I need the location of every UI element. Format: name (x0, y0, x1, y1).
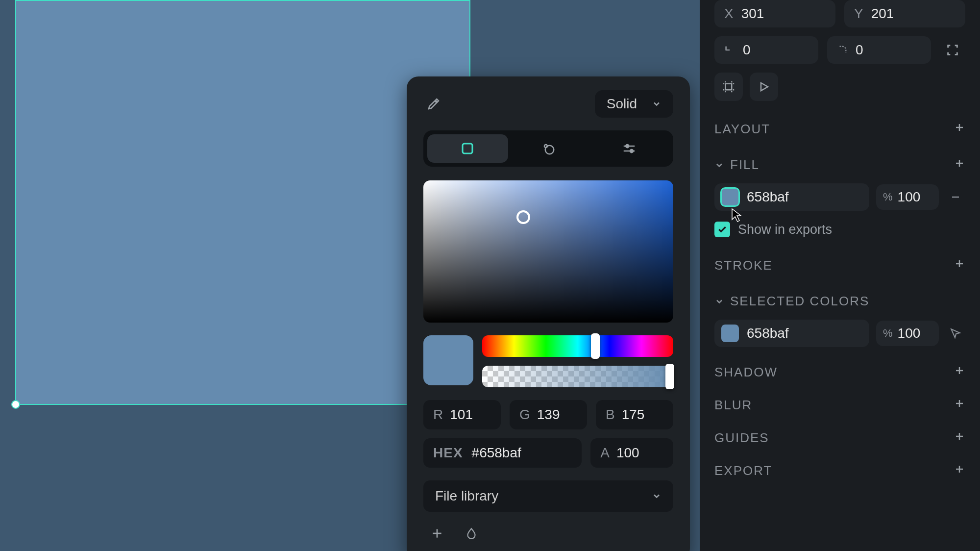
svg-rect-0 (463, 144, 472, 153)
library-label: File library (435, 488, 498, 504)
add-layout-button[interactable] (954, 122, 965, 137)
fill-opacity-value: 100 (898, 189, 921, 205)
chevron-down-icon (652, 99, 662, 109)
clip-content-button[interactable] (714, 73, 743, 101)
stroke-section-header: STROKE (714, 258, 965, 273)
square-icon (460, 141, 475, 156)
hue-slider[interactable] (482, 335, 673, 357)
g-label: G (519, 407, 530, 423)
selected-color-chip[interactable] (721, 325, 739, 342)
sv-handle[interactable] (516, 210, 530, 224)
chevron-down-icon (652, 491, 662, 501)
g-input[interactable]: G 139 (510, 400, 587, 429)
sliders-icon (622, 141, 637, 156)
shadow-title: SHADOW (714, 365, 778, 380)
g-value: 139 (537, 407, 560, 423)
chevron-down-icon (714, 297, 724, 306)
add-shadow-button[interactable] (954, 365, 965, 380)
hex-value: #658baf (472, 445, 521, 461)
guides-title: GUIDES (714, 430, 769, 446)
add-stroke-button[interactable] (954, 258, 965, 273)
selected-colors-title: SELECTED COLORS (730, 294, 869, 309)
play-icon (758, 81, 770, 93)
show-in-exports-label: Show in exports (738, 222, 832, 237)
remove-fill-button[interactable] (946, 187, 965, 207)
svg-point-6 (630, 150, 633, 152)
blur-title: BLUR (714, 398, 752, 413)
svg-point-4 (626, 145, 629, 148)
b-value: 175 (622, 407, 645, 423)
expand-icon (946, 43, 959, 57)
add-export-button[interactable] (954, 463, 965, 478)
selected-opacity-value: 100 (898, 326, 921, 341)
alpha-input[interactable]: A 100 (590, 438, 673, 468)
alpha-slider[interactable] (482, 366, 673, 387)
fill-opacity-input[interactable]: % 100 (876, 184, 939, 210)
add-color-button[interactable] (427, 524, 447, 543)
layout-section-header: LAYOUT (714, 122, 965, 137)
color-preview-swatch (423, 335, 473, 385)
plus-icon (954, 430, 965, 442)
hex-input[interactable]: HEX #658baf (423, 438, 582, 468)
alpha-value: 100 (616, 445, 639, 461)
corner-radius-icon (837, 45, 848, 55)
selected-colors-section-header[interactable]: SELECTED COLORS (714, 294, 965, 309)
fill-color-input[interactable]: 658baf (714, 183, 869, 211)
select-color-button[interactable] (946, 324, 965, 343)
x-input[interactable]: X 301 (714, 0, 835, 27)
rotation-input[interactable]: 0 (714, 36, 818, 64)
plus-icon (954, 365, 965, 376)
selected-shape[interactable] (15, 0, 470, 405)
selected-color-input[interactable]: 658baf (714, 320, 869, 347)
saturation-value-area[interactable] (423, 180, 673, 323)
picker-tab-sliders[interactable] (588, 134, 669, 163)
shadow-section-header: SHADOW (714, 365, 965, 380)
y-label: Y (854, 6, 863, 22)
x-value: 301 (741, 6, 764, 22)
picker-tab-harmony[interactable] (508, 134, 589, 163)
fill-title: FILL (730, 157, 760, 173)
expand-corners-button[interactable] (940, 37, 965, 63)
b-label: B (606, 407, 615, 423)
add-fill-button[interactable] (954, 157, 965, 173)
add-guides-button[interactable] (954, 430, 965, 446)
show-in-exports-checkbox[interactable] (714, 222, 730, 237)
svg-marker-18 (761, 83, 768, 91)
x-label: X (724, 6, 734, 22)
svg-point-2 (544, 145, 547, 148)
corner-radius-input[interactable]: 0 (827, 36, 931, 64)
eyedropper-icon (426, 97, 441, 111)
hue-thumb[interactable] (591, 333, 600, 359)
picker-tab-square[interactable] (427, 134, 508, 163)
resize-handle-bottom-left[interactable] (11, 400, 20, 409)
harmony-icon (541, 141, 556, 156)
b-input[interactable]: B 175 (596, 400, 673, 429)
clip-icon (721, 79, 736, 94)
r-input[interactable]: R 101 (423, 400, 501, 429)
plus-icon (954, 258, 965, 270)
eyedropper-button[interactable] (423, 94, 444, 114)
fill-type-dropdown[interactable]: Solid (595, 90, 673, 118)
selected-opacity-input[interactable]: % 100 (876, 321, 939, 346)
plus-icon (431, 527, 443, 540)
plus-icon (954, 463, 965, 475)
stroke-title: STROKE (714, 258, 773, 273)
cursor-icon (949, 327, 962, 340)
minus-icon (950, 191, 961, 203)
alpha-thumb[interactable] (665, 364, 674, 389)
add-blur-button[interactable] (954, 398, 965, 413)
export-title: EXPORT (714, 463, 772, 478)
color-picker-panel: Solid R 101 (407, 76, 690, 551)
check-icon (717, 225, 727, 234)
layout-title: LAYOUT (714, 122, 770, 137)
droplet-button[interactable] (462, 524, 481, 543)
properties-sidebar: X 301 Y 201 0 0 LAYOUT (700, 0, 980, 551)
plus-icon (954, 122, 965, 133)
fill-section-header[interactable]: FILL (714, 157, 965, 173)
library-dropdown[interactable]: File library (423, 480, 673, 512)
y-input[interactable]: Y 201 (844, 0, 965, 27)
fill-color-chip[interactable] (721, 188, 739, 206)
play-button[interactable] (750, 73, 778, 101)
r-value: 101 (450, 407, 473, 423)
fill-type-label: Solid (607, 96, 637, 112)
